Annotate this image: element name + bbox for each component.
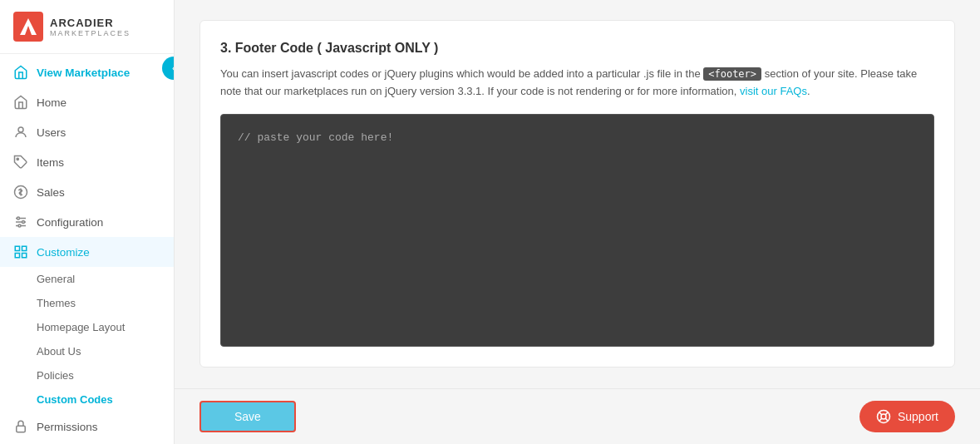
svg-rect-14 — [22, 254, 27, 258]
sidebar-item-view-marketplace[interactable]: View Marketplace — [0, 57, 174, 87]
sidebar-item-customize[interactable]: Customize — [0, 237, 174, 267]
svg-point-3 — [17, 158, 18, 160]
support-label: Support — [898, 410, 938, 423]
sidebar-subitem-policies[interactable]: Policies — [0, 363, 174, 387]
sidebar-item-users[interactable]: Users — [0, 117, 174, 147]
svg-point-2 — [18, 127, 23, 132]
store-icon — [13, 65, 28, 80]
footer-bar: Save Support — [175, 388, 980, 444]
support-button[interactable]: Support — [859, 401, 955, 432]
save-button[interactable]: Save — [199, 401, 296, 432]
svg-rect-0 — [13, 12, 43, 42]
svg-line-20 — [879, 412, 882, 415]
desc-period: . — [807, 85, 810, 97]
main-content: 3. Footer Code ( Javascript ONLY ) You c… — [175, 0, 980, 444]
svg-point-19 — [881, 414, 886, 419]
lock-icon — [13, 419, 28, 434]
sidebar-subitem-homepage-layout[interactable]: Homepage Layout — [0, 315, 174, 339]
svg-line-21 — [885, 418, 888, 421]
sidebar-subitem-custom-codes[interactable]: Custom Codes — [0, 387, 174, 412]
faq-link[interactable]: visit our FAQs — [740, 85, 807, 97]
svg-rect-11 — [15, 246, 19, 250]
svg-rect-12 — [22, 246, 27, 250]
code-editor[interactable]: // paste your code here! — [220, 114, 934, 347]
sidebar: ARCADIER MARKETPLACES ‹ View Marketplace… — [0, 0, 175, 444]
dollar-icon — [13, 185, 28, 200]
logo-area: ARCADIER MARKETPLACES — [0, 0, 174, 54]
tag-icon — [13, 155, 28, 170]
user-icon — [13, 125, 28, 140]
sidebar-subitem-themes[interactable]: Themes — [0, 291, 174, 315]
arcadier-logo — [13, 12, 43, 42]
home-icon — [13, 95, 28, 110]
svg-point-8 — [17, 217, 20, 220]
content-card: 3. Footer Code ( Javascript ONLY ) You c… — [199, 20, 955, 368]
sidebar-item-configuration[interactable]: Configuration — [0, 207, 174, 237]
svg-rect-13 — [15, 254, 19, 258]
sidebar-item-permissions[interactable]: Permissions — [0, 412, 174, 442]
code-placeholder: // paste your code here! — [238, 131, 393, 144]
sliders-icon — [13, 215, 28, 229]
sidebar-item-sales[interactable]: Sales — [0, 177, 174, 207]
svg-point-9 — [22, 221, 25, 224]
grid-icon — [13, 244, 28, 259]
sidebar-item-items[interactable]: Items — [0, 147, 174, 177]
section-description: You can insert javascript codes or jQuer… — [220, 66, 934, 101]
svg-rect-15 — [17, 426, 26, 432]
code-tag: <footer> — [703, 67, 761, 81]
section-title: 3. Footer Code ( Javascript ONLY ) — [220, 41, 934, 56]
brand-name: ARCADIER — [50, 17, 131, 29]
nav-section: View Marketplace Home Users Items — [0, 54, 174, 444]
svg-line-22 — [885, 412, 888, 415]
sidebar-subitem-general[interactable]: General — [0, 267, 174, 291]
sidebar-subitem-about-us[interactable]: About Us — [0, 339, 174, 363]
desc-text-1: You can insert javascript codes or jQuer… — [220, 67, 701, 80]
sidebar-item-home[interactable]: Home — [0, 87, 174, 117]
svg-line-23 — [879, 418, 882, 421]
content-area: 3. Footer Code ( Javascript ONLY ) You c… — [175, 0, 980, 388]
support-icon — [876, 409, 891, 424]
brand-sub: MARKETPLACES — [50, 29, 131, 37]
svg-point-10 — [18, 224, 21, 227]
